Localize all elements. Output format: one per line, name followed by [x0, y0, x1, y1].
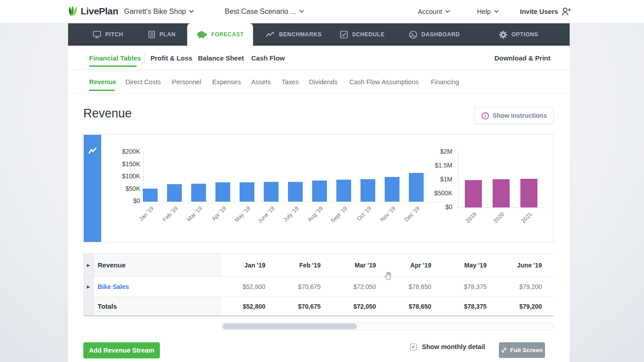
help-menu[interactable]: Help — [477, 0, 499, 23]
grab-cursor-icon — [383, 271, 394, 281]
secnav-expenses[interactable]: Expenses — [212, 70, 241, 94]
show-instructions-button[interactable]: Show Instructions — [474, 107, 554, 124]
x-axis-line — [143, 202, 442, 202]
value-cell[interactable]: $72,050 — [332, 277, 388, 297]
column-header: Apr '19 — [388, 254, 443, 276]
app-window: LivePlan Garrett's Bike Shop Best Case S… — [0, 0, 644, 362]
tab-options-label: OPTIONS — [511, 31, 538, 38]
value-cell[interactable]: $70,675 — [277, 277, 333, 297]
value-cell[interactable]: $78,375 — [443, 277, 498, 297]
bar-Mar '19 — [191, 184, 206, 202]
secnav-taxes-label: Taxes — [282, 78, 299, 86]
download-print-button[interactable]: Download & Print — [494, 46, 550, 70]
y-axis-tick-label: $1.5M — [425, 162, 452, 169]
table-header-label: Revenue — [94, 254, 222, 276]
x-axis-line — [458, 207, 545, 208]
value-cell[interactable]: $52,800 — [222, 277, 277, 297]
secnav-dividends-label: Dividends — [309, 78, 338, 86]
chart-line-icon — [88, 147, 97, 155]
tab-benchmarks[interactable]: BENCHMARKS — [266, 23, 322, 46]
show-monthly-detail-control[interactable]: ✓ Show monthly detail — [410, 343, 485, 350]
expand-arrow[interactable]: ▶ — [83, 277, 94, 297]
x-axis-label: 2020 — [480, 211, 506, 237]
bar-Sept '19 — [336, 180, 351, 202]
x-axis-label: June '19 — [250, 205, 276, 231]
bar-Jan '19 — [143, 189, 158, 202]
liveplan-logo[interactable]: LivePlan — [68, 5, 118, 17]
tab-forecast-label: FORECAST — [211, 31, 244, 38]
help-label: Help — [477, 8, 491, 15]
secnav-cash-flow-assumptions[interactable]: Cash Flow Assumptions — [349, 70, 419, 94]
x-axis-label: Sept '19 — [323, 205, 348, 231]
tab-schedule-label: SCHEDULE — [352, 31, 385, 38]
y-axis-tick-label: $50K — [112, 185, 140, 192]
bar-June '19 — [264, 182, 279, 202]
trend-icon — [266, 31, 275, 38]
secnav-direct-costs-label: Direct Costs — [125, 78, 161, 86]
invite-users-button[interactable]: Invite Users — [520, 0, 571, 23]
secnav-financing[interactable]: Financing — [431, 70, 459, 94]
y-axis-tick-label: $200K — [112, 148, 140, 155]
secnav-taxes[interactable]: Taxes — [282, 70, 299, 94]
value-cell[interactable]: $78,650 — [388, 277, 443, 297]
bike-sales-link[interactable]: Bike Sales — [94, 277, 222, 297]
user-plus-icon — [561, 7, 571, 17]
total-cell: $78,375 — [443, 297, 498, 315]
column-header: Feb '19 — [277, 254, 333, 276]
column-header: June '19 — [498, 254, 554, 276]
notebook-icon — [148, 30, 155, 39]
x-axis-label: Nov '19 — [371, 205, 397, 231]
subnav-balance-sheet[interactable]: Balance Sheet — [198, 46, 244, 70]
bar-Dec '19 — [409, 173, 424, 202]
total-cell: $78,650 — [388, 297, 443, 315]
checkbox-icon — [340, 30, 348, 39]
account-menu[interactable]: Account — [418, 0, 450, 23]
company-selector[interactable]: Garrett's Bike Shop — [124, 0, 194, 23]
secnav-assets[interactable]: Assets — [251, 70, 271, 94]
show-monthly-detail-checkbox[interactable]: ✓ — [410, 344, 417, 350]
table-totals-row: Totals $52,800$70,675$72,050$78,650$78,3… — [83, 297, 554, 315]
tab-pitch-label: PITCH — [105, 31, 123, 38]
secnav-direct-costs[interactable]: Direct Costs — [125, 70, 161, 94]
chart-type-strip[interactable] — [84, 135, 101, 242]
horizontal-scrollbar-thumb[interactable] — [223, 323, 357, 329]
y-axis-tick-label: $2M — [425, 148, 452, 155]
subnav-profit-loss[interactable]: Profit & Loss — [150, 46, 192, 70]
monitor-icon — [93, 30, 101, 39]
subnav-cash-flow[interactable]: Cash Flow — [251, 46, 285, 70]
company-name: Garrett's Bike Shop — [124, 8, 186, 16]
show-monthly-detail-label[interactable]: Show monthly detail — [422, 343, 485, 350]
y-axis-tick-label: $500K — [425, 190, 452, 197]
tab-benchmarks-label: BENCHMARKS — [279, 31, 322, 38]
table-header-row: ▶ Revenue Jan '19Feb '19Mar '19Apr '19Ma… — [83, 254, 554, 277]
x-axis-label: Jan '19 — [129, 205, 155, 231]
piggy-bank-icon — [197, 30, 207, 39]
scenario-selector[interactable]: Best Case Scenario ... — [225, 0, 304, 23]
horizontal-scrollbar-track[interactable] — [221, 323, 554, 330]
chevron-down-icon — [189, 10, 194, 13]
tab-dashboard[interactable]: DASHBOARD — [409, 23, 460, 46]
tab-schedule[interactable]: SCHEDULE — [340, 23, 385, 46]
full-screen-button[interactable]: Full Screen — [499, 342, 545, 358]
secnav-cash-flow-assumptions-label: Cash Flow Assumptions — [349, 78, 419, 86]
gutter-cell — [83, 297, 94, 315]
tab-plan[interactable]: PLAN — [148, 23, 176, 46]
value-cell[interactable]: $79,200 — [498, 277, 554, 297]
tab-pitch[interactable]: PITCH — [93, 23, 123, 46]
x-axis-label: May '19 — [226, 205, 252, 231]
download-print-label: Download & Print — [494, 54, 550, 62]
chevron-down-icon — [299, 10, 304, 13]
add-revenue-stream-button[interactable]: Add Revenue Stream — [83, 342, 160, 358]
bar-Oct '19 — [361, 179, 375, 202]
tab-forecast[interactable]: FORECAST — [187, 23, 253, 46]
sub-nav: Financial Tables Profit & Loss Balance S… — [68, 46, 570, 70]
tab-options[interactable]: OPTIONS — [499, 23, 538, 46]
section-nav: Revenue Direct Costs Personnel Expenses … — [68, 70, 570, 94]
secnav-personnel[interactable]: Personnel — [172, 70, 201, 94]
expand-arrow[interactable]: ▶ — [83, 254, 94, 276]
bar-Feb '19 — [167, 184, 182, 202]
total-cell: $70,675 — [277, 297, 333, 315]
secnav-dividends[interactable]: Dividends — [309, 70, 338, 94]
account-label: Account — [418, 8, 442, 15]
x-axis-label: 2021 — [508, 211, 533, 237]
